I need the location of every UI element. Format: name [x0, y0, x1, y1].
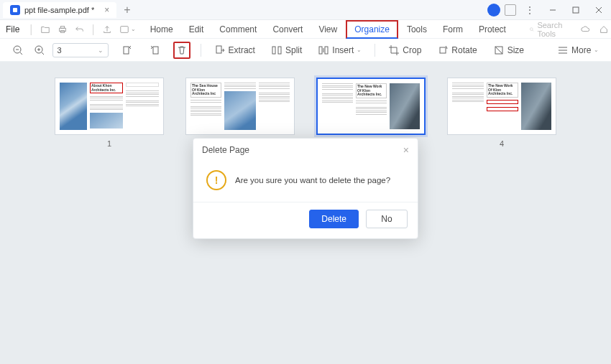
- zoom-out-button[interactable]: [9, 42, 27, 59]
- delete-page-button[interactable]: [173, 42, 190, 59]
- warning-icon: !: [206, 170, 226, 190]
- dialog-message: Are you sure you want to delete the page…: [235, 176, 390, 185]
- delete-cancel-button[interactable]: No: [366, 210, 408, 228]
- modal-overlay: Delete Page × ! Are you sure you want to…: [0, 62, 611, 364]
- new-tab-button[interactable]: +: [119, 4, 134, 17]
- window-maximize-button[interactable]: [566, 2, 585, 18]
- app-icon: [10, 5, 20, 15]
- svg-rect-14: [325, 47, 328, 54]
- extract-button[interactable]: Extract: [211, 42, 258, 59]
- document-tab[interactable]: ppt file-sample.pdf * ×: [3, 2, 116, 18]
- crop-button[interactable]: Crop: [385, 42, 424, 59]
- menu-comment[interactable]: Comment: [212, 22, 264, 37]
- menu-protect[interactable]: Protect: [472, 22, 513, 37]
- menu-convert[interactable]: Convert: [265, 22, 310, 37]
- menu-organize[interactable]: Organize: [346, 20, 398, 39]
- more-button[interactable]: More ⌄: [554, 42, 602, 59]
- svg-rect-15: [440, 47, 446, 53]
- insert-button[interactable]: Insert ⌄: [315, 42, 364, 59]
- app-menu-icon[interactable]: [505, 4, 516, 16]
- rotate-right-button[interactable]: [146, 42, 163, 59]
- svg-rect-4: [120, 26, 128, 32]
- title-bar: ppt file-sample.pdf * × + ⋮: [0, 0, 611, 20]
- svg-point-5: [530, 27, 533, 30]
- rotate-label: Rotate: [451, 45, 477, 55]
- user-avatar[interactable]: [487, 4, 500, 17]
- svg-rect-8: [124, 47, 129, 54]
- open-icon[interactable]: [40, 23, 50, 36]
- crop-label: Crop: [403, 45, 421, 55]
- search-placeholder: Search Tools: [537, 21, 565, 38]
- size-button[interactable]: Size: [490, 42, 527, 59]
- menu-edit[interactable]: Edit: [182, 22, 211, 37]
- cloud-icon[interactable]: [579, 23, 592, 36]
- page-thumbnails-area: About Khon Architects Inc. 1 The Sea Hou…: [0, 62, 611, 364]
- organize-toolbar: 3 ⌄ Extract Split Insert ⌄ Crop Rotate S…: [0, 39, 611, 62]
- home-icon[interactable]: [597, 23, 610, 36]
- more-icon: [557, 45, 569, 56]
- main-menubar: Home Edit Comment Convert View Organize …: [143, 19, 610, 39]
- zoom-in-button[interactable]: [31, 42, 48, 59]
- tab-close-button[interactable]: ×: [104, 5, 109, 15]
- more-label: More: [571, 45, 591, 55]
- insert-icon: [318, 45, 329, 56]
- search-icon: [529, 25, 534, 34]
- svg-rect-10: [216, 46, 221, 53]
- tab-title: ppt file-sample.pdf *: [24, 6, 94, 14]
- menu-home[interactable]: Home: [143, 22, 180, 37]
- save-icon[interactable]: [119, 23, 129, 36]
- split-label: Split: [285, 45, 302, 55]
- search-tools[interactable]: Search Tools: [523, 19, 571, 39]
- svg-rect-13: [319, 47, 322, 54]
- save-dropdown-icon[interactable]: ⌄: [131, 23, 136, 36]
- chevron-down-icon: ⌄: [594, 47, 599, 53]
- window-close-button[interactable]: [589, 2, 608, 18]
- undo-icon[interactable]: [75, 23, 85, 36]
- split-icon: [271, 45, 282, 56]
- menu-form[interactable]: Form: [436, 22, 470, 37]
- rotate-left-button[interactable]: [119, 42, 136, 59]
- split-button[interactable]: Split: [268, 42, 305, 59]
- window-minimize-button[interactable]: [543, 2, 562, 18]
- chevron-down-icon: ⌄: [98, 47, 104, 54]
- dialog-title: Delete Page: [202, 145, 249, 155]
- svg-rect-11: [272, 47, 275, 54]
- crop-icon: [388, 45, 400, 56]
- page-number-input[interactable]: 3 ⌄: [52, 43, 109, 57]
- chevron-down-icon: ⌄: [357, 47, 362, 53]
- menu-tools[interactable]: Tools: [400, 22, 434, 37]
- share-icon[interactable]: [102, 23, 112, 36]
- size-label: Size: [507, 45, 524, 55]
- page-number-value: 3: [58, 46, 62, 55]
- delete-page-dialog: Delete Page × ! Are you sure you want to…: [193, 138, 418, 239]
- rotate-icon: [437, 45, 449, 56]
- file-row: File | | ⌄ Home Edit Comment Convert Vie…: [0, 20, 611, 39]
- insert-label: Insert: [332, 45, 354, 55]
- extract-label: Extract: [229, 45, 255, 55]
- file-menu[interactable]: File: [6, 24, 22, 34]
- print-icon[interactable]: [58, 23, 68, 36]
- kebab-menu[interactable]: ⋮: [520, 2, 539, 18]
- extract-icon: [214, 45, 226, 56]
- rotate-button[interactable]: Rotate: [434, 42, 479, 59]
- dialog-close-button[interactable]: ×: [403, 144, 409, 156]
- delete-confirm-button[interactable]: Delete: [309, 210, 359, 228]
- svg-rect-12: [278, 47, 281, 54]
- menu-view[interactable]: View: [311, 22, 344, 37]
- svg-rect-0: [573, 7, 579, 13]
- svg-rect-9: [153, 47, 158, 54]
- size-icon: [493, 45, 505, 56]
- svg-rect-2: [60, 26, 64, 28]
